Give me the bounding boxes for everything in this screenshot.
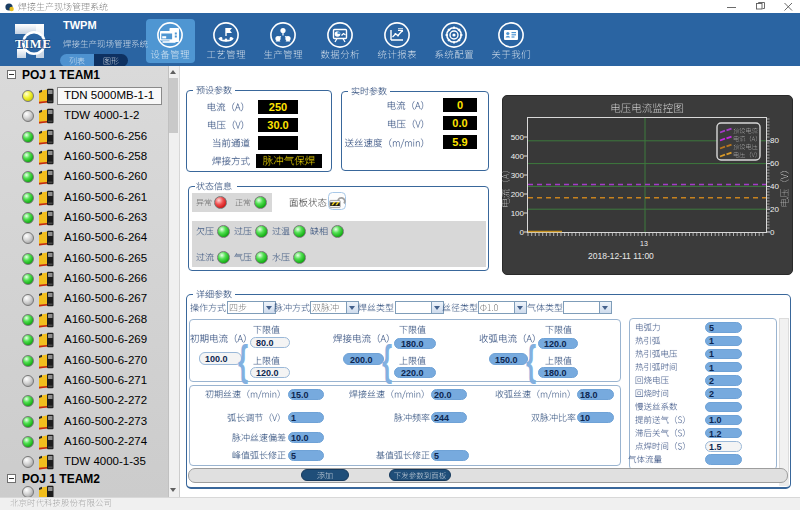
svg-text:TIME: TIME xyxy=(15,37,52,51)
